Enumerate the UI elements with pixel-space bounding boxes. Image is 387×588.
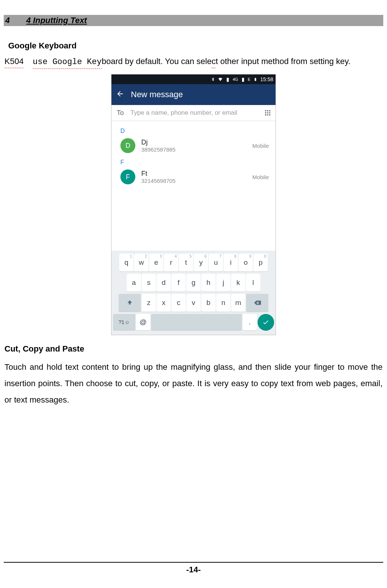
heading-cut-copy-paste: Cut, Copy and Paste	[4, 344, 383, 354]
key-j[interactable]: j	[216, 274, 230, 292]
contact-number: 38962587885	[141, 146, 246, 153]
contacts-list: D D Dj 38962587885 Mobile F F	[111, 121, 276, 251]
to-input[interactable]: Type a name, phone number, or email	[130, 109, 257, 117]
app-bar: New message	[111, 84, 276, 105]
mono-fragment: use Google Key	[33, 56, 102, 69]
key-b[interactable]: b	[201, 294, 215, 312]
key-f[interactable]: f	[172, 274, 186, 292]
key-y[interactable]: 6y	[194, 254, 208, 271]
svg-rect-0	[255, 78, 256, 81]
dialpad-icon[interactable]	[264, 109, 272, 117]
key-o[interactable]: 9o	[239, 254, 253, 271]
key-w[interactable]: 2w	[134, 254, 148, 271]
contact-number: 32145698705	[141, 178, 246, 184]
svg-point-5	[265, 112, 267, 114]
phone-screenshot: ▮ 4G ▮ E 15:58 New message To Type a nam…	[111, 74, 276, 335]
key-c[interactable]: c	[172, 294, 186, 312]
shift-key[interactable]	[119, 294, 141, 312]
status-bar: ▮ 4G ▮ E 15:58	[111, 74, 276, 84]
key-h[interactable]: h	[201, 274, 215, 292]
svg-rect-1	[255, 78, 256, 78]
appbar-title: New message	[131, 90, 183, 99]
key-g[interactable]: g	[186, 274, 201, 292]
model-code: K504	[4, 55, 23, 68]
contact-type: Mobile	[252, 174, 269, 180]
key-m[interactable]: m	[231, 294, 245, 312]
status-net: 4G	[233, 77, 238, 82]
section-letter-f: F	[111, 155, 276, 167]
svg-point-2	[265, 110, 267, 112]
key-k[interactable]: k	[231, 274, 245, 292]
key-e[interactable]: 3e	[149, 254, 163, 271]
at-key[interactable]: @	[136, 314, 150, 330]
page-number: -14-	[186, 565, 201, 574]
key-r[interactable]: 4r	[164, 254, 178, 271]
key-i[interactable]: 8i	[224, 254, 238, 271]
section-header: 4 4 Inputting Text	[4, 15, 383, 26]
page-footer: -14-	[0, 562, 387, 575]
contact-name: Dj	[141, 139, 246, 146]
key-d[interactable]: d	[157, 274, 171, 292]
paragraph-keyboard-intro: K504 use Google Keyboard by default. You…	[4, 55, 383, 69]
bluetooth-icon	[210, 77, 215, 82]
keyboard: 1q2w3e4r5t6y7u8i9o0p asdfghjkl zxcvbnm ?…	[111, 251, 276, 335]
svg-point-6	[267, 112, 268, 114]
svg-point-7	[269, 112, 271, 114]
key-s[interactable]: s	[142, 274, 156, 292]
signal2-icon: ▮	[240, 77, 246, 82]
contact-row-dj[interactable]: D Dj 38962587885 Mobile	[111, 136, 276, 155]
backspace-key[interactable]	[246, 294, 268, 312]
key-t[interactable]: 5t	[179, 254, 193, 271]
wifi-icon	[218, 77, 223, 82]
status-time: 15:58	[260, 76, 273, 82]
key-v[interactable]: v	[186, 294, 201, 312]
section-letter-d: D	[111, 124, 276, 136]
key-q[interactable]: 1q	[119, 254, 133, 271]
key-x[interactable]: x	[157, 294, 171, 312]
to-label: To	[117, 109, 124, 117]
section-title: 4 Inputting Text	[26, 16, 87, 25]
key-z[interactable]: z	[142, 294, 156, 312]
svg-point-8	[265, 114, 267, 116]
contact-row-ft[interactable]: F Ft 32145698705 Mobile	[111, 167, 276, 187]
dot-key[interactable]: .	[243, 314, 257, 330]
svg-point-10	[269, 114, 271, 116]
svg-point-3	[267, 110, 268, 112]
battery-icon	[253, 77, 258, 82]
paragraph-cut-copy-paste: Touch and hold text content to bring up …	[4, 359, 383, 408]
avatar: D	[120, 138, 135, 153]
heading-google-keyboard: Google Keyboard	[8, 41, 383, 51]
key-u[interactable]: 7u	[209, 254, 223, 271]
enter-key[interactable]	[258, 314, 274, 330]
back-icon[interactable]	[116, 90, 124, 99]
status-batt-letter: E	[248, 77, 251, 82]
svg-point-4	[269, 110, 271, 112]
to-row: To Type a name, phone number, or email	[111, 105, 276, 121]
svg-point-9	[267, 114, 268, 116]
key-l[interactable]: l	[246, 274, 260, 292]
key-a[interactable]: a	[127, 274, 141, 292]
contact-name: Ft	[141, 170, 246, 178]
symbols-key[interactable]: ?1☺	[113, 314, 135, 330]
signal-icon: ▮	[225, 77, 230, 82]
section-number: 4	[5, 16, 10, 25]
space-key[interactable]	[151, 314, 242, 330]
key-n[interactable]: n	[216, 294, 230, 312]
avatar: F	[120, 169, 135, 184]
key-p[interactable]: 0p	[254, 254, 268, 271]
contact-type: Mobile	[252, 143, 269, 149]
